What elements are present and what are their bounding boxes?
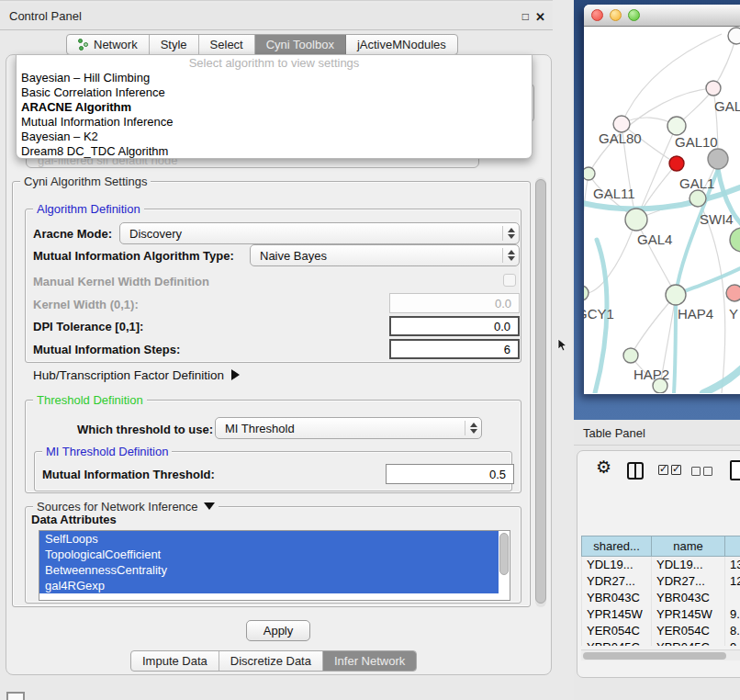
column-view-icon[interactable]	[627, 462, 644, 480]
algorithm-option[interactable]: Bayesian – Hill Climbing	[17, 71, 532, 85]
attribute-list-item[interactable]: gal4RGexp	[39, 578, 499, 593]
network-graph: GALGAL80GAL10GAL1GAL11SWI4GAL4GCY1HAP4YH…	[584, 27, 740, 393]
select-all-checkboxes-icon[interactable]	[658, 464, 684, 478]
table-column-header[interactable]: A	[725, 536, 740, 557]
network-node[interactable]	[625, 209, 647, 231]
gear-icon[interactable]: ⚙	[596, 459, 611, 476]
table-horizontal-scrollbar[interactable]	[581, 649, 740, 660]
docked-panel-icon[interactable]	[6, 692, 25, 700]
tab-style[interactable]: Style	[150, 35, 199, 54]
tab-infer-network[interactable]: Infer Network	[323, 651, 416, 671]
table-row[interactable]: YBR045CYBR045C9.	[582, 639, 740, 647]
network-canvas[interactable]: GALGAL80GAL10GAL1GAL11SWI4GAL4GCY1HAP4YH…	[584, 27, 740, 393]
network-edge[interactable]	[631, 295, 676, 356]
close-panel-icon[interactable]: ✕	[535, 10, 545, 24]
tab-select[interactable]: Select	[199, 35, 255, 54]
table-row[interactable]: YPR145WYPR145W9.	[582, 606, 740, 623]
settings-scrollbar-thumb[interactable]	[535, 179, 546, 604]
float-window-icon[interactable]: □	[522, 10, 529, 23]
table-panel-body: ⚙ shared...nameA YDL19...YDL19...13YDR27…	[577, 450, 740, 678]
dpi-tolerance-input[interactable]	[389, 316, 520, 336]
table-hscroll-thumb[interactable]	[583, 652, 726, 660]
table-row[interactable]: YDR27...YDR27...12	[582, 573, 740, 590]
list-scrollbar[interactable]	[499, 533, 509, 575]
algorithm-option[interactable]: Dream8 DC_TDC Algorithm	[17, 144, 532, 159]
tab-network-label: Network	[94, 38, 138, 51]
network-node[interactable]	[584, 286, 589, 300]
attribute-list-item[interactable]: BetweennessCentrality	[39, 562, 499, 578]
table-cell: 12	[725, 573, 740, 590]
network-edge[interactable]	[698, 198, 725, 393]
algorithm-option[interactable]: Bayesian – K2	[17, 130, 532, 144]
dpi-tolerance-label: DPI Tolerance [0,1]:	[33, 320, 143, 333]
network-node[interactable]	[666, 285, 686, 305]
tab-impute-data[interactable]: Impute Data	[131, 651, 219, 671]
algorithm-option[interactable]: Mutual Information Inference	[17, 115, 532, 130]
network-node[interactable]	[584, 167, 595, 180]
sources-legend[interactable]: Sources for Network Inference	[33, 500, 219, 514]
node-attribute-table: shared...nameA YDL19...YDL19...13YDR27..…	[581, 536, 740, 646]
table-body: YDL19...YDL19...13YDR27...YDR27...12YBR0…	[582, 557, 740, 647]
aracne-mode-value: Discovery	[120, 227, 502, 241]
table-column-header[interactable]: name	[652, 536, 725, 557]
network-node[interactable]	[730, 228, 740, 252]
tab-network[interactable]: Network	[67, 35, 150, 54]
network-node[interactable]	[669, 156, 684, 171]
tab-jactivemnodules[interactable]: jActiveMNodules	[346, 35, 457, 54]
table-column-header[interactable]: shared...	[582, 536, 652, 557]
network-node[interactable]	[708, 149, 728, 169]
hub-definition-toggle[interactable]: Hub/Transcription Factor Definition	[33, 368, 240, 382]
network-edge[interactable]	[584, 174, 589, 293]
network-edge[interactable]	[584, 220, 636, 293]
table-scroll-area[interactable]: shared...nameA YDL19...YDL19...13YDR27..…	[577, 493, 740, 646]
attribute-list-item[interactable]: TopologicalCoefficient	[39, 547, 499, 562]
network-view-window[interactable]: GALGAL80GAL10GAL1GAL11SWI4GAL4GCY1HAP4YH…	[584, 5, 740, 394]
network-node[interactable]	[726, 285, 740, 301]
algorithm-option[interactable]: Basic Correlation Inference	[17, 85, 532, 100]
deselect-all-checkboxes-icon[interactable]	[691, 465, 715, 479]
network-window-titlebar[interactable]	[584, 5, 740, 27]
network-edge[interactable]	[622, 34, 722, 124]
export-table-icon[interactable]	[730, 460, 740, 480]
network-node[interactable]	[623, 348, 638, 363]
table-row[interactable]: YBR043CYBR043C	[582, 590, 740, 606]
tab-cyni-toolbox[interactable]: Cyni Toolbox	[255, 35, 346, 54]
table-row[interactable]: YDL19...YDL19...13	[582, 557, 740, 573]
network-node[interactable]	[706, 81, 721, 96]
which-threshold-select[interactable]: MI Threshold	[215, 417, 482, 439]
hub-definition-label: Hub/Transcription Factor Definition	[33, 368, 224, 382]
table-row[interactable]: YER054CYER054C8.	[582, 623, 740, 639]
window-minimize-icon[interactable]	[610, 9, 622, 21]
apply-button[interactable]: Apply	[246, 620, 310, 641]
mi-algorithm-type-select[interactable]: Naive Bayes	[250, 244, 520, 266]
network-node-label: GAL10	[675, 134, 718, 150]
mi-steps-input[interactable]	[389, 339, 520, 359]
network-edge-highlighted[interactable]	[703, 356, 740, 393]
network-node-label: Y	[729, 306, 738, 322]
network-edge-highlighted[interactable]	[674, 295, 676, 393]
algorithm-option-list: Bayesian – Hill ClimbingBasic Correlatio…	[17, 71, 532, 159]
mi-threshold-input[interactable]	[386, 464, 514, 484]
network-node[interactable]	[690, 190, 706, 207]
network-node-label: GCY1	[584, 306, 614, 322]
attribute-items: SelfLoopsTopologicalCoefficientBetweenne…	[39, 531, 510, 593]
window-close-icon[interactable]	[591, 9, 603, 21]
window-zoom-icon[interactable]	[628, 9, 640, 21]
settings-scrollbar[interactable]	[535, 177, 546, 607]
control-panel-titlebar: Control Panel □ ✕	[0, 3, 553, 30]
aracne-mode-select[interactable]: Discovery	[119, 222, 520, 244]
table-toolbar: ⚙	[577, 451, 740, 491]
tab-discretize-data[interactable]: Discretize Data	[219, 651, 323, 671]
kernel-width-input[interactable]	[389, 293, 520, 313]
table-cell: YDL19...	[652, 557, 725, 573]
which-threshold-value: MI Threshold	[216, 422, 465, 435]
collapsed-arrow-icon	[231, 369, 240, 380]
mi-threshold-label: Mutual Information Threshold:	[42, 468, 215, 481]
network-node[interactable]	[667, 117, 686, 135]
application-root: Control Panel □ ✕ Network Style Select C…	[0, 0, 740, 700]
attribute-list-item[interactable]: SelfLoops	[39, 531, 499, 547]
network-node[interactable]	[728, 28, 740, 44]
control-panel-title: Control Panel	[9, 9, 82, 23]
algorithm-option[interactable]: ARACNE Algorithm	[17, 100, 532, 115]
manual-kernel-width-checkbox[interactable]	[503, 274, 516, 287]
